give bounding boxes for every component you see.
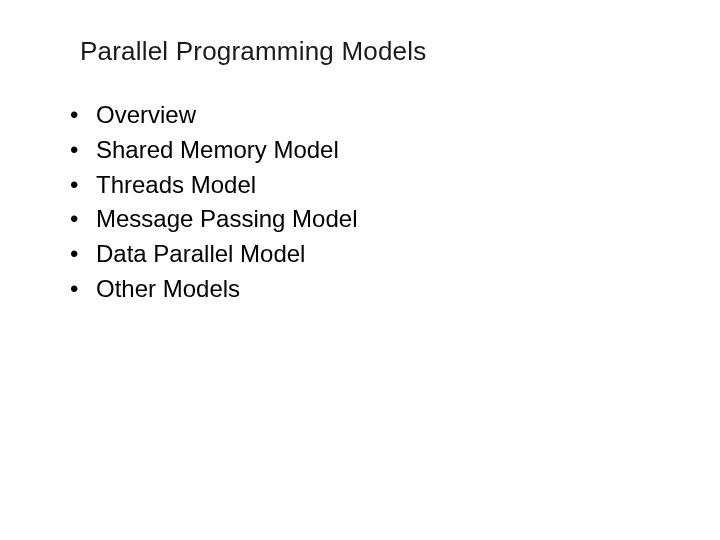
slide-title: Parallel Programming Models (80, 36, 426, 67)
list-item: Message Passing Model (60, 202, 660, 237)
list-item: Shared Memory Model (60, 133, 660, 168)
bullet-list: Overview Shared Memory Model Threads Mod… (60, 98, 660, 307)
list-item: Overview (60, 98, 660, 133)
list-item: Other Models (60, 272, 660, 307)
list-item: Threads Model (60, 168, 660, 203)
slide: Parallel Programming Models Overview Sha… (0, 0, 720, 540)
list-item: Data Parallel Model (60, 237, 660, 272)
